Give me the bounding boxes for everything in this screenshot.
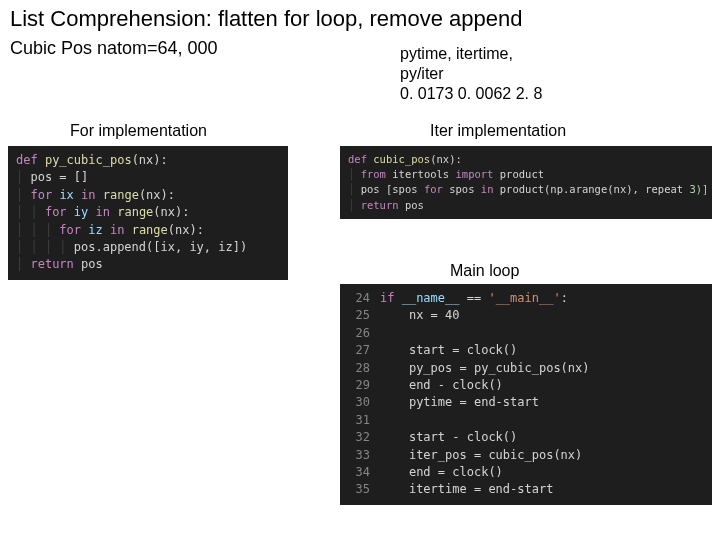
- lineno: 26: [348, 325, 370, 342]
- lineno: 35: [348, 481, 370, 498]
- dunder: __name__: [402, 291, 460, 305]
- lineno: 34: [348, 464, 370, 481]
- fn-name: py_cubic_pos: [45, 153, 132, 167]
- slide-title: List Comprehension: flatten for loop, re…: [0, 0, 720, 34]
- line: nx = 40: [409, 308, 460, 322]
- id: spos: [449, 183, 474, 195]
- lineno: 30: [348, 394, 370, 411]
- kw-for: for: [45, 205, 67, 219]
- code-iter-implementation: def cubic_pos(nx): │ from itertools impo…: [340, 146, 712, 219]
- lineno: 32: [348, 429, 370, 446]
- id: [spos: [386, 183, 418, 195]
- line: py_pos = py_cubic_pos(nx): [409, 361, 590, 375]
- kw-import: import: [456, 168, 494, 180]
- timing-stats: pytime, itertime, py/iter 0. 0173 0. 006…: [400, 44, 542, 104]
- stats-line-1: pytime, itertime,: [400, 44, 542, 64]
- kw-in: in: [110, 223, 124, 237]
- kw-def: def: [16, 153, 38, 167]
- heading-main-loop: Main loop: [450, 262, 519, 280]
- kw-if: if: [380, 291, 394, 305]
- kw-in: in: [81, 188, 95, 202]
- slide-subtitle: Cubic Pos natom=64, 000: [0, 34, 720, 61]
- code-for-implementation: def py_cubic_pos(nx): │ pos = [] │ for i…: [8, 146, 288, 280]
- lineno: 25: [348, 307, 370, 324]
- stats-line-2: py/iter: [400, 64, 542, 84]
- line: itertime = end-start: [409, 482, 554, 496]
- id: pos: [361, 183, 380, 195]
- var: ix: [59, 188, 73, 202]
- line: pytime = end-start: [409, 395, 539, 409]
- colon: :: [561, 291, 568, 305]
- rest: (nx):: [139, 188, 175, 202]
- line: start = clock(): [409, 343, 517, 357]
- lineno: 29: [348, 377, 370, 394]
- rest: (nx):: [168, 223, 204, 237]
- line: iter_pos = cubic_pos(nx): [409, 448, 582, 462]
- code-main-loop: 24if __name__ == '__main__': 25 nx = 40 …: [340, 284, 712, 505]
- num: 3)]: [689, 183, 708, 195]
- args: (nx):: [430, 153, 462, 165]
- op: ==: [467, 291, 481, 305]
- lineno: 33: [348, 447, 370, 464]
- kw-def: def: [348, 153, 367, 165]
- kw-return: return: [361, 199, 399, 211]
- lineno: 27: [348, 342, 370, 359]
- lineno: 24: [348, 290, 370, 307]
- heading-iter-impl: Iter implementation: [430, 122, 566, 140]
- rest: (nx):: [153, 205, 189, 219]
- line: end = clock(): [409, 465, 503, 479]
- fn: range: [132, 223, 168, 237]
- id: pos: [405, 199, 424, 211]
- kw-for: for: [424, 183, 443, 195]
- kw-from: from: [361, 168, 386, 180]
- fn: range: [117, 205, 153, 219]
- line: pos.append([ix, iy, iz]): [74, 240, 247, 254]
- args: (nx):: [132, 153, 168, 167]
- id: product(np.arange(nx), repeat: [500, 183, 683, 195]
- line: end - clock(): [409, 378, 503, 392]
- lineno: 28: [348, 360, 370, 377]
- lineno: 31: [348, 412, 370, 429]
- kw-for: for: [30, 188, 52, 202]
- kw-return: return: [30, 257, 73, 271]
- kw-in: in: [96, 205, 110, 219]
- var: iy: [74, 205, 88, 219]
- stats-line-3: 0. 0173 0. 0062 2. 8: [400, 84, 542, 104]
- str: '__main__': [488, 291, 560, 305]
- var: pos: [81, 257, 103, 271]
- mod: itertools: [392, 168, 449, 180]
- heading-for-impl: For implementation: [70, 122, 207, 140]
- kw-in: in: [481, 183, 494, 195]
- name: product: [500, 168, 544, 180]
- kw-for: for: [59, 223, 81, 237]
- fn-name: cubic_pos: [373, 153, 430, 165]
- fn: range: [103, 188, 139, 202]
- var: iz: [88, 223, 102, 237]
- line: start - clock(): [409, 430, 517, 444]
- line: pos = []: [30, 170, 88, 184]
